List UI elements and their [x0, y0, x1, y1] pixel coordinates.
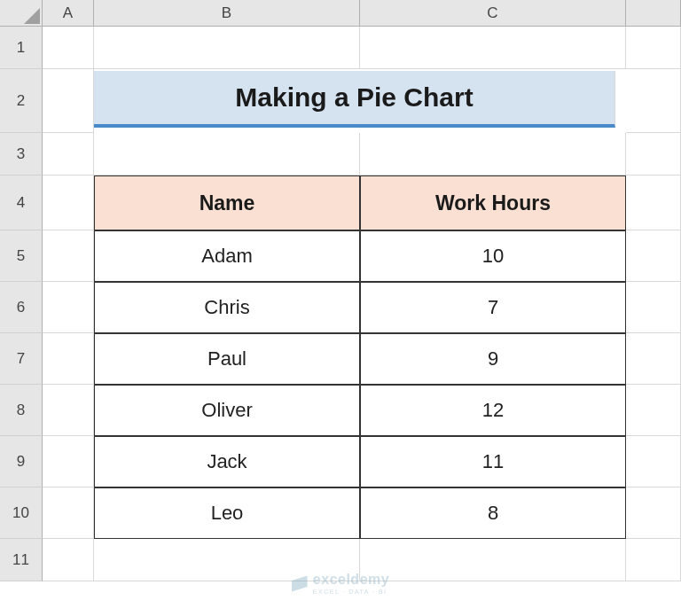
table-row[interactable]: Leo [94, 487, 360, 539]
cell-c11[interactable] [360, 539, 626, 581]
cell-blank-6[interactable] [626, 282, 681, 333]
cell-a2[interactable] [43, 69, 94, 133]
row-header-5[interactable]: 5 [0, 230, 43, 282]
cell-c1[interactable] [360, 27, 626, 69]
row-header-8[interactable]: 8 [0, 385, 43, 436]
row-header-3[interactable]: 3 [0, 133, 43, 175]
cell-blank-4[interactable] [626, 175, 681, 230]
cell-a8[interactable] [43, 385, 94, 436]
table-row[interactable]: 7 [360, 282, 626, 333]
table-row[interactable]: 8 [360, 487, 626, 539]
watermark-sub: EXCEL · DATA · BI [313, 589, 389, 595]
watermark-main: exceldemy [313, 573, 389, 587]
cell-blank-3[interactable] [626, 133, 681, 175]
cell-a9[interactable] [43, 436, 94, 487]
cell-a6[interactable] [43, 282, 94, 333]
cell-a11[interactable] [43, 539, 94, 581]
cell-a7[interactable] [43, 333, 94, 385]
row-header-11[interactable]: 11 [0, 539, 43, 581]
select-all-corner[interactable] [0, 0, 43, 27]
cell-blank-5[interactable] [626, 230, 681, 282]
cell-a3[interactable] [43, 133, 94, 175]
exceldemy-logo-icon [292, 576, 308, 592]
row-header-1[interactable]: 1 [0, 27, 43, 69]
cell-blank-1[interactable] [626, 27, 681, 69]
cell-blank-9[interactable] [626, 436, 681, 487]
table-row[interactable]: Oliver [94, 385, 360, 436]
cell-blank-7[interactable] [626, 333, 681, 385]
table-row[interactable]: Chris [94, 282, 360, 333]
col-header-a[interactable]: A [43, 0, 94, 27]
col-header-blank[interactable] [626, 0, 681, 27]
row-header-10[interactable]: 10 [0, 487, 43, 539]
col-header-c[interactable]: C [360, 0, 626, 27]
table-header-name[interactable]: Name [94, 175, 360, 230]
cell-b3[interactable] [94, 133, 360, 175]
table-row[interactable]: Adam [94, 230, 360, 282]
cell-blank-10[interactable] [626, 487, 681, 539]
cell-b1[interactable] [94, 27, 360, 69]
row-header-9[interactable]: 9 [0, 436, 43, 487]
table-row[interactable]: 10 [360, 230, 626, 282]
title-cell[interactable]: Making a Pie Chart [94, 71, 615, 128]
table-row[interactable]: 12 [360, 385, 626, 436]
cell-blank-8[interactable] [626, 385, 681, 436]
table-row[interactable]: Jack [94, 436, 360, 487]
table-row[interactable]: 9 [360, 333, 626, 385]
row-header-7[interactable]: 7 [0, 333, 43, 385]
row-header-6[interactable]: 6 [0, 282, 43, 333]
cell-a5[interactable] [43, 230, 94, 282]
table-row[interactable]: 11 [360, 436, 626, 487]
table-header-hours[interactable]: Work Hours [360, 175, 626, 230]
spreadsheet-grid: A B C 1 2 Making a Pie Chart 3 4 Name Wo… [0, 0, 681, 581]
cell-a1[interactable] [43, 27, 94, 69]
cell-c3[interactable] [360, 133, 626, 175]
watermark: exceldemy EXCEL · DATA · BI [292, 573, 389, 595]
col-header-b[interactable]: B [94, 0, 360, 27]
cell-blank-11[interactable] [626, 539, 681, 581]
row-header-2[interactable]: 2 [0, 69, 43, 133]
cell-a10[interactable] [43, 487, 94, 539]
table-row[interactable]: Paul [94, 333, 360, 385]
row-header-4[interactable]: 4 [0, 175, 43, 230]
cell-blank-2[interactable] [626, 69, 681, 133]
watermark-text: exceldemy EXCEL · DATA · BI [313, 573, 389, 595]
cell-a4[interactable] [43, 175, 94, 230]
